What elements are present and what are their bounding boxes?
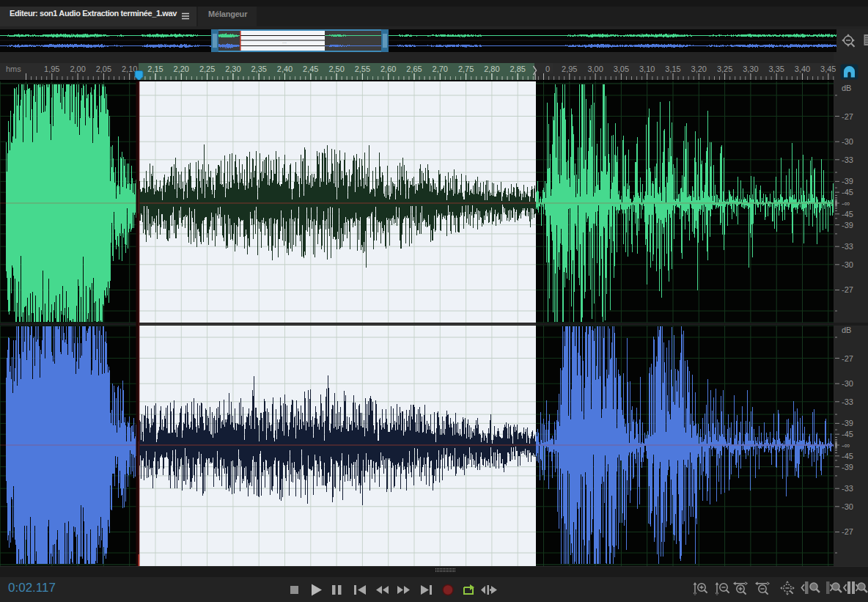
svg-text:-∞: -∞	[842, 441, 850, 449]
svg-text:2,80: 2,80	[484, 65, 499, 73]
svg-text:3,30: 3,30	[743, 65, 758, 73]
svg-text:-27: -27	[842, 112, 853, 121]
svg-text:-27: -27	[842, 527, 853, 536]
svg-text:-30: -30	[842, 260, 853, 269]
svg-text:-33: -33	[842, 397, 853, 406]
svg-text:-39: -39	[842, 419, 853, 427]
svg-text:-45: -45	[842, 188, 853, 197]
svg-text:-39: -39	[842, 221, 853, 230]
svg-text:-27: -27	[842, 285, 853, 294]
svg-text:-45: -45	[842, 452, 853, 460]
svg-text:3,05: 3,05	[614, 65, 629, 73]
svg-text:3,20: 3,20	[691, 65, 707, 73]
svg-text:1,95: 1,95	[44, 65, 59, 73]
svg-text:-30: -30	[842, 502, 853, 511]
svg-text:2,75: 2,75	[458, 65, 474, 73]
svg-text:-39: -39	[842, 463, 853, 471]
svg-text:2,40: 2,40	[277, 65, 293, 73]
svg-text:-30: -30	[842, 379, 853, 388]
svg-text:2,05: 2,05	[96, 65, 111, 73]
svg-text:-33: -33	[842, 484, 853, 493]
svg-text:dB: dB	[842, 84, 851, 92]
svg-text:2,45: 2,45	[303, 65, 318, 73]
svg-text:2,20: 2,20	[174, 65, 189, 73]
svg-text:-45: -45	[842, 430, 853, 438]
svg-text:dB: dB	[842, 326, 851, 334]
svg-text:0: 0	[545, 65, 550, 73]
svg-text:2,25: 2,25	[199, 65, 215, 73]
svg-text:2,50: 2,50	[328, 65, 344, 73]
svg-text:-27: -27	[842, 354, 853, 363]
svg-text:2,95: 2,95	[562, 65, 577, 73]
svg-text:3,10: 3,10	[639, 65, 655, 73]
svg-text:2,35: 2,35	[251, 65, 266, 73]
svg-text:2,00: 2,00	[70, 65, 85, 73]
svg-text:3,45: 3,45	[820, 65, 836, 73]
svg-text:-39: -39	[842, 177, 853, 186]
svg-text:2,15: 2,15	[147, 65, 163, 73]
svg-text:2,60: 2,60	[380, 65, 396, 73]
svg-text:-33: -33	[842, 242, 853, 251]
svg-text:2,85: 2,85	[510, 65, 525, 73]
svg-text:2,30: 2,30	[225, 65, 240, 73]
svg-text:...: ...	[282, 39, 287, 44]
svg-text:3,00: 3,00	[587, 65, 603, 73]
svg-text:3,25: 3,25	[717, 65, 732, 73]
svg-text:-45: -45	[842, 210, 853, 219]
svg-text:3,40: 3,40	[795, 65, 810, 73]
svg-text:hms: hms	[6, 65, 21, 73]
svg-text:-33: -33	[842, 155, 853, 164]
svg-text:-∞: -∞	[842, 199, 850, 208]
svg-text:2,55: 2,55	[355, 65, 370, 73]
svg-text:2,70: 2,70	[433, 65, 448, 73]
svg-text:2,65: 2,65	[406, 65, 422, 73]
svg-text:-30: -30	[842, 137, 853, 146]
svg-text:3,35: 3,35	[768, 65, 784, 73]
svg-text:3,15: 3,15	[665, 65, 680, 73]
